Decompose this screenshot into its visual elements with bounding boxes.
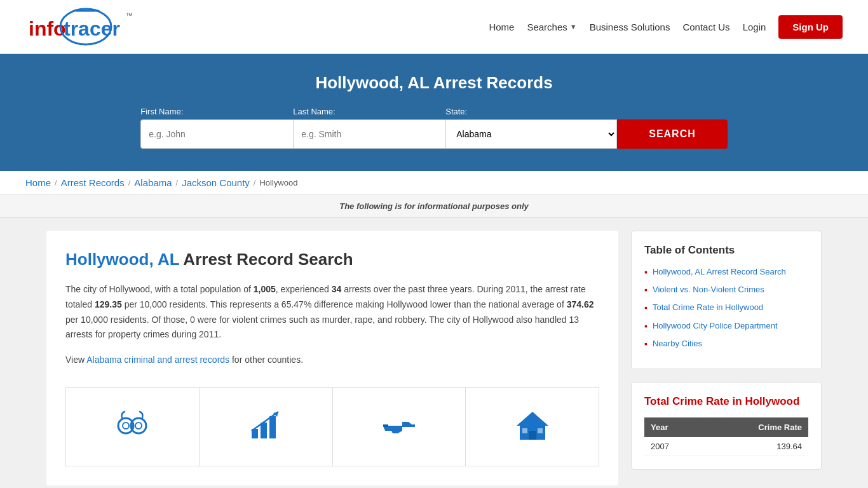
content-left: Hollywood, AL Arrest Record Search The c… xyxy=(46,231,618,485)
article-view-link-para: View Alabama criminal and arrest records… xyxy=(65,353,599,368)
toc-list: Hollywood, AL Arrest Record Search Viole… xyxy=(644,266,808,349)
nav-business-solutions[interactable]: Business Solutions xyxy=(590,22,670,32)
info-bar-text: The following is for informational purpo… xyxy=(339,201,529,211)
svg-rect-17 xyxy=(522,428,527,433)
hero-section: Hollywood, AL Arrest Records First Name:… xyxy=(0,54,868,171)
svg-rect-14 xyxy=(383,424,388,427)
last-name-label: Last Name: xyxy=(293,107,335,116)
handcuffs-icon xyxy=(113,407,151,445)
first-name-input[interactable] xyxy=(140,119,293,149)
signup-button[interactable]: Sign Up xyxy=(778,15,843,39)
breadcrumb-current: Hollywood xyxy=(259,178,297,187)
breadcrumb: Home / Arrest Records / Alabama / Jackso… xyxy=(25,177,843,188)
crime-rate-title: Total Crime Rate in Hollywood xyxy=(644,395,808,408)
main-nav: Home Searches ▼ Business Solutions Conta… xyxy=(489,15,843,39)
toc-link-2[interactable]: Violent vs. Non-Violent Crimes xyxy=(653,284,764,295)
state-group: State: Alabama Alaska Arizona Arkansas C… xyxy=(445,107,617,149)
first-name-group: First Name: xyxy=(140,107,293,149)
icons-row xyxy=(65,387,599,466)
first-name-label: First Name: xyxy=(140,107,183,116)
info-bar: The following is for informational purpo… xyxy=(0,195,868,218)
toc-link-3[interactable]: Total Crime Rate in Hollywood xyxy=(653,302,763,313)
toc-item-2: Violent vs. Non-Violent Crimes xyxy=(644,284,808,295)
breadcrumb-home[interactable]: Home xyxy=(25,177,51,188)
rate-2007: 139.64 xyxy=(703,437,808,456)
search-button[interactable]: SEARCH xyxy=(617,119,728,149)
svg-point-8 xyxy=(123,423,129,429)
last-name-group: Last Name: xyxy=(293,107,445,149)
svg-point-9 xyxy=(135,423,142,429)
col-rate: Crime Rate xyxy=(703,417,808,437)
crime-row-2007: 2007 139.64 xyxy=(644,437,808,456)
toc-link-1[interactable]: Hollywood, AL Arrest Record Search xyxy=(653,266,786,278)
breadcrumb-arrest-records[interactable]: Arrest Records xyxy=(61,177,125,188)
year-2007: 2007 xyxy=(644,437,703,456)
toc-item-5: Nearby Cities xyxy=(644,338,808,349)
toc-item-3: Total Crime Rate in Hollywood xyxy=(644,302,808,313)
logo-area: info tracer ™ xyxy=(25,8,137,46)
alabama-records-link[interactable]: Alabama criminal and arrest records xyxy=(86,355,229,365)
title-rest: Arrest Record Search xyxy=(179,250,353,269)
toc-title: Table of Contents xyxy=(644,244,808,257)
toc-link-5[interactable]: Nearby Cities xyxy=(653,338,702,349)
breadcrumb-bar: Home / Arrest Records / Alabama / Jackso… xyxy=(0,171,868,195)
breadcrumb-jackson-county[interactable]: Jackson County xyxy=(182,177,250,188)
icon-cell-chart xyxy=(200,388,333,466)
house-icon xyxy=(513,407,552,445)
article-body: The city of Hollywood, with a total popu… xyxy=(65,282,599,342)
icon-cell-gun xyxy=(333,388,466,466)
state-label: State: xyxy=(445,107,467,116)
svg-text:tracer: tracer xyxy=(64,17,120,40)
col-year: Year xyxy=(644,417,703,437)
nav-home[interactable]: Home xyxy=(489,22,514,32)
hero-title: Hollywood, AL Arrest Records xyxy=(25,73,843,93)
svg-text:™: ™ xyxy=(126,11,133,19)
gun-icon xyxy=(380,407,418,445)
login-button[interactable]: Login xyxy=(743,22,766,32)
breadcrumb-alabama[interactable]: Alabama xyxy=(134,177,172,188)
last-name-input[interactable] xyxy=(293,119,445,149)
svg-rect-16 xyxy=(529,431,536,440)
article-title: Hollywood, AL Arrest Record Search xyxy=(65,250,599,269)
state-select[interactable]: Alabama Alaska Arizona Arkansas Californ… xyxy=(445,119,617,149)
chart-icon xyxy=(247,407,285,445)
toc-item-1: Hollywood, AL Arrest Record Search xyxy=(644,266,808,278)
sep3: / xyxy=(176,178,179,187)
main-content: Hollywood, AL Arrest Record Search The c… xyxy=(21,218,847,488)
logo-svg: info tracer ™ xyxy=(25,8,137,46)
search-form: First Name: Last Name: State: Alabama Al… xyxy=(100,107,768,149)
svg-rect-12 xyxy=(269,416,276,438)
nav-contact-us[interactable]: Contact Us xyxy=(682,22,729,32)
content-right: Table of Contents Hollywood, AL Arrest R… xyxy=(631,231,822,485)
searches-chevron: ▼ xyxy=(570,23,577,30)
view-suffix: for other counties. xyxy=(229,355,303,365)
toc-box: Table of Contents Hollywood, AL Arrest R… xyxy=(631,231,822,369)
svg-rect-18 xyxy=(538,428,543,433)
crime-rate-box: Total Crime Rate in Hollywood Year Crime… xyxy=(631,382,822,470)
sep4: / xyxy=(254,178,256,187)
view-prefix: View xyxy=(65,355,86,365)
sep1: / xyxy=(55,178,57,187)
city-link[interactable]: Hollywood, AL xyxy=(65,250,179,269)
sep2: / xyxy=(128,178,131,187)
icon-cell-handcuffs xyxy=(66,388,200,466)
svg-rect-11 xyxy=(261,423,267,438)
toc-item-4: Hollywood City Police Department xyxy=(644,320,808,332)
icon-cell-house xyxy=(466,388,599,466)
crime-rate-table: Year Crime Rate 2007 139.64 xyxy=(644,417,808,456)
nav-searches[interactable]: Searches ▼ xyxy=(527,22,576,32)
toc-link-4[interactable]: Hollywood City Police Department xyxy=(653,320,778,332)
site-header: info tracer ™ Home Searches ▼ Business S… xyxy=(0,0,868,54)
